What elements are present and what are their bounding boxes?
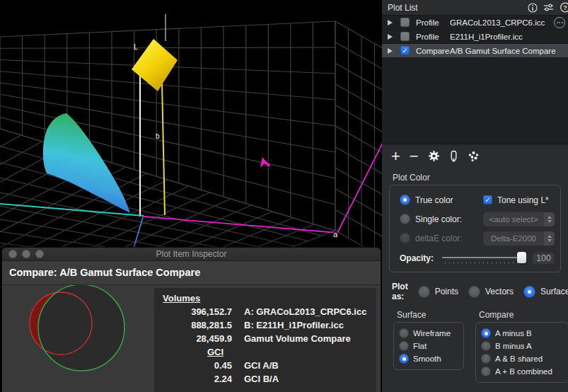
visibility-checkbox[interactable] xyxy=(400,32,410,41)
gear-icon[interactable] xyxy=(428,150,440,162)
radio-indicator xyxy=(481,354,491,364)
gci-ab-label: GCI A/B xyxy=(244,359,279,372)
gamut-3d-viewport[interactable]: L b a Plot Item Inspector Compare: A/B G… xyxy=(0,0,382,392)
single-color-radio[interactable]: Single color: xyxy=(400,214,483,224)
surface-smooth-radio[interactable]: Smooth xyxy=(399,352,460,365)
plot-list-header: Plot List ? xyxy=(382,0,568,15)
dropper-icon[interactable] xyxy=(449,150,458,162)
row-type-label: Profile xyxy=(416,33,450,41)
stepper-chevrons-icon xyxy=(544,231,555,246)
plot-as-vectors-radio[interactable]: Vectors xyxy=(468,286,514,298)
deltae-select: Delta-E2000 xyxy=(483,231,555,246)
axis-label-b: b xyxy=(156,132,160,140)
volumes-panel: Volumes 396,152.7 A: GRACoL2013_CRPC6.ic… xyxy=(154,288,376,392)
surface-wireframe-radio[interactable]: Wireframe xyxy=(399,327,460,340)
points-label: Points xyxy=(435,287,458,296)
row-type-label: Profile xyxy=(416,18,450,27)
plot-as-points-radio[interactable]: Points xyxy=(418,286,458,298)
radio-indicator xyxy=(400,233,410,243)
plot-item-inspector-window: Plot Item Inspector Compare: A/B Gamut S… xyxy=(1,247,381,392)
volume-row: 888,281.5 B: E211H_i1Profiler.icc xyxy=(163,318,369,332)
compare-b-minus-a-radio[interactable]: B minus A xyxy=(481,340,565,352)
compare-a-minus-b-radio[interactable]: A minus B xyxy=(481,327,565,340)
surface-label: Surface xyxy=(540,287,568,296)
gamut-2d-preview xyxy=(2,285,154,392)
inspector-content: Volumes 396,152.7 A: GRACoL2013_CRPC6.ic… xyxy=(2,285,381,392)
compare-group-title: Compare xyxy=(479,310,568,320)
slider-track[interactable] xyxy=(442,257,526,258)
row-name-label: A/B Gamut Surface Compare xyxy=(450,47,568,55)
yellow-axis-line xyxy=(162,83,165,215)
true-color-radio[interactable]: True color xyxy=(400,195,483,205)
disclosure-triangle-icon[interactable] xyxy=(388,34,393,40)
disclosure-triangle-icon[interactable] xyxy=(388,20,393,25)
add-plot-button[interactable]: + xyxy=(391,149,400,163)
volume-compare-label: Gamut Volume Compare xyxy=(244,332,351,345)
axis-label-a: a xyxy=(333,230,338,238)
opacity-slider[interactable] xyxy=(441,250,527,266)
radio-indicator xyxy=(399,354,409,364)
volume-a-label: A: GRACoL2013_CRPC6.icc xyxy=(244,305,366,318)
svg-text:?: ? xyxy=(563,4,567,11)
smooth-label: Smooth xyxy=(413,354,441,363)
radio-indicator xyxy=(399,328,409,338)
compare-ab-combined-radio[interactable]: A + B combined xyxy=(481,365,565,378)
ab-combined-label: A + B combined xyxy=(495,367,552,376)
tone-checkbox[interactable]: ✓ Tone using L* xyxy=(483,195,549,205)
plot-list-row-profile-a[interactable]: Profile GRACoL2013_CRPC6.icc xyxy=(382,16,568,30)
deltae-color-label: deltaE color: xyxy=(415,234,463,243)
row-type-label: Compare xyxy=(416,47,450,55)
b-minus-a-label: B minus A xyxy=(495,342,532,350)
gamut-3d-scene[interactable]: L b a xyxy=(0,0,382,248)
inspector-titlebar[interactable]: Plot Item Inspector xyxy=(2,248,381,261)
compare-ab-shared-radio[interactable]: A & B shared xyxy=(481,352,565,365)
plot-list: Profile GRACoL2013_CRPC6.icc Profile E21… xyxy=(382,15,568,144)
radio-indicator xyxy=(399,341,409,351)
cluster-icon[interactable] xyxy=(468,151,480,162)
plot-list-title: Plot List xyxy=(388,3,528,13)
slider-knob[interactable] xyxy=(517,252,526,263)
gci-ba-label: GCI B/A xyxy=(244,372,279,386)
plot-list-row-profile-b[interactable]: Profile E211H_i1Profiler.icc xyxy=(382,30,568,44)
plot-color-group: True color ✓ Tone using L* Single color:… xyxy=(389,185,561,272)
radio-indicator xyxy=(481,328,491,338)
ellipsis-badge-icon[interactable] xyxy=(554,17,565,28)
stepper-chevrons-icon xyxy=(544,212,555,226)
volume-b-value: 888,281.5 xyxy=(163,318,232,332)
volumes-title: Volumes xyxy=(163,292,369,305)
plot-list-toolbar: + − xyxy=(382,144,568,168)
magenta-cursor-icon xyxy=(260,157,270,168)
flat-label: Flat xyxy=(413,342,427,350)
single-color-label: Single color: xyxy=(415,214,462,224)
plot-as-surface-radio[interactable]: Surface xyxy=(523,286,568,298)
a-minus-b-label: A minus B xyxy=(495,329,532,338)
info-icon[interactable] xyxy=(528,3,538,13)
inspector-header-title: Compare: A/B Gamut Surface Compare xyxy=(9,267,200,278)
deltae-value: Delta-E2000 xyxy=(483,234,544,243)
gamut-circles-preview xyxy=(2,285,154,392)
plot-color-title: Plot Color xyxy=(393,173,568,183)
checkbox-indicator: ✓ xyxy=(483,195,492,204)
radio-indicator xyxy=(481,367,491,376)
plot-list-panel: Plot List ? Profile GRACoL2013 xyxy=(382,0,568,392)
filter-settings-icon[interactable] xyxy=(543,3,554,13)
plot-list-row-compare[interactable]: ✓ Compare A/B Gamut Surface Compare xyxy=(382,44,568,58)
tone-label: Tone using L* xyxy=(497,195,549,205)
radio-indicator xyxy=(418,286,430,298)
surface-flat-radio[interactable]: Flat xyxy=(399,340,460,352)
visibility-checkbox[interactable]: ✓ xyxy=(400,46,410,55)
opacity-label: Opacity: xyxy=(400,253,441,263)
gci-row: 2.24 GCI B/A xyxy=(163,372,369,386)
radio-indicator xyxy=(400,214,410,224)
volume-row: 396,152.7 A: GRACoL2013_CRPC6.icc xyxy=(163,305,369,318)
row-name-label: GRACoL2013_CRPC6.icc xyxy=(450,18,554,27)
opacity-value: 100 xyxy=(533,253,555,264)
radio-indicator xyxy=(400,195,410,205)
axis-label-l: L xyxy=(134,42,138,51)
help-icon[interactable]: ? xyxy=(560,2,568,13)
row-name-label: E211H_i1Profiler.icc xyxy=(450,33,568,41)
visibility-checkbox[interactable] xyxy=(400,18,410,27)
wireframe-label: Wireframe xyxy=(413,329,451,338)
disclosure-triangle-icon[interactable] xyxy=(388,48,393,54)
remove-plot-button[interactable]: − xyxy=(410,149,419,163)
